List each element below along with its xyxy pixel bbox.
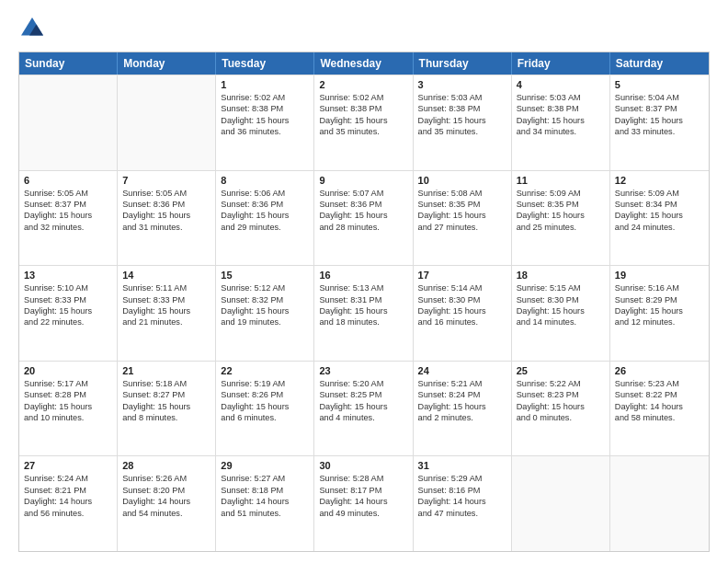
day-number: 19	[615, 270, 704, 281]
cell-detail: and 49 minutes.	[319, 508, 407, 519]
cell-detail: Daylight: 15 hours	[517, 305, 605, 316]
day-number: 11	[517, 175, 605, 186]
cell-detail: and 58 minutes.	[615, 412, 704, 423]
cell-detail: Sunrise: 5:24 AM	[24, 473, 112, 484]
calendar-row-4: 20Sunrise: 5:17 AMSunset: 8:28 PMDayligh…	[19, 361, 709, 456]
day-number: 5	[615, 79, 704, 90]
day-number: 17	[418, 270, 506, 281]
cell-detail: Sunrise: 5:02 AM	[221, 92, 309, 103]
day-cell-11: 11Sunrise: 5:09 AMSunset: 8:35 PMDayligh…	[512, 171, 610, 266]
cell-detail: and 10 minutes.	[24, 412, 112, 423]
calendar: SundayMondayTuesdayWednesdayThursdayFrid…	[18, 52, 710, 552]
day-number: 12	[615, 175, 704, 186]
cell-detail: and 24 minutes.	[615, 222, 704, 233]
cell-detail: Daylight: 14 hours	[418, 496, 506, 507]
day-number: 27	[24, 460, 112, 471]
cell-detail: Sunrise: 5:09 AM	[615, 188, 704, 199]
cell-detail: Sunrise: 5:05 AM	[24, 188, 112, 199]
day-number: 6	[24, 175, 112, 186]
cell-detail: Sunrise: 5:29 AM	[418, 473, 506, 484]
cell-detail: Sunset: 8:38 PM	[221, 103, 309, 114]
empty-cell-r0c0	[19, 75, 118, 170]
cell-detail: and 35 minutes.	[418, 126, 506, 137]
cell-detail: and 25 minutes.	[517, 222, 605, 233]
weekday-header-monday: Monday	[118, 52, 216, 75]
cell-detail: Sunset: 8:36 PM	[319, 199, 407, 210]
day-cell-15: 15Sunrise: 5:12 AMSunset: 8:32 PMDayligh…	[216, 266, 314, 361]
cell-detail: and 0 minutes.	[517, 412, 605, 423]
day-cell-17: 17Sunrise: 5:14 AMSunset: 8:30 PMDayligh…	[414, 266, 512, 361]
day-cell-20: 20Sunrise: 5:17 AMSunset: 8:28 PMDayligh…	[19, 362, 118, 456]
cell-detail: and 22 minutes.	[24, 316, 112, 327]
day-number: 22	[221, 365, 309, 376]
cell-detail: and 56 minutes.	[24, 508, 112, 519]
day-number: 29	[221, 460, 309, 471]
cell-detail: Sunset: 8:33 PM	[122, 294, 210, 305]
cell-detail: and 14 minutes.	[517, 316, 605, 327]
cell-detail: Daylight: 15 hours	[615, 305, 704, 316]
day-number: 10	[418, 175, 506, 186]
cell-detail: Sunset: 8:28 PM	[24, 389, 112, 400]
day-number: 7	[122, 175, 210, 186]
cell-detail: Sunrise: 5:13 AM	[319, 282, 407, 293]
empty-cell-r4c6	[610, 456, 709, 551]
day-cell-28: 28Sunrise: 5:26 AMSunset: 8:20 PMDayligh…	[118, 456, 216, 551]
calendar-row-1: 1Sunrise: 5:02 AMSunset: 8:38 PMDaylight…	[19, 75, 709, 170]
day-cell-3: 3Sunrise: 5:03 AMSunset: 8:38 PMDaylight…	[414, 75, 512, 170]
cell-detail: and 19 minutes.	[221, 316, 309, 327]
weekday-header-wednesday: Wednesday	[314, 52, 413, 75]
day-cell-21: 21Sunrise: 5:18 AMSunset: 8:27 PMDayligh…	[118, 362, 216, 456]
day-cell-31: 31Sunrise: 5:29 AMSunset: 8:16 PMDayligh…	[414, 456, 512, 551]
day-cell-19: 19Sunrise: 5:16 AMSunset: 8:29 PMDayligh…	[610, 266, 709, 361]
cell-detail: Sunrise: 5:03 AM	[517, 92, 605, 103]
cell-detail: Daylight: 15 hours	[517, 115, 605, 126]
day-cell-24: 24Sunrise: 5:21 AMSunset: 8:24 PMDayligh…	[414, 362, 512, 456]
cell-detail: and 8 minutes.	[122, 412, 210, 423]
cell-detail: Sunset: 8:29 PM	[615, 294, 704, 305]
cell-detail: Sunset: 8:23 PM	[517, 389, 605, 400]
cell-detail: and 54 minutes.	[122, 508, 210, 519]
day-cell-27: 27Sunrise: 5:24 AMSunset: 8:21 PMDayligh…	[19, 456, 118, 551]
cell-detail: Sunrise: 5:10 AM	[24, 282, 112, 293]
day-cell-29: 29Sunrise: 5:27 AMSunset: 8:18 PMDayligh…	[216, 456, 314, 551]
cell-detail: Daylight: 14 hours	[319, 496, 407, 507]
cell-detail: Sunset: 8:16 PM	[418, 485, 506, 496]
cell-detail: Sunrise: 5:27 AM	[221, 473, 309, 484]
cell-detail: Sunrise: 5:22 AM	[517, 378, 605, 389]
day-number: 15	[221, 270, 309, 281]
day-cell-4: 4Sunrise: 5:03 AMSunset: 8:38 PMDaylight…	[512, 75, 610, 170]
cell-detail: and 28 minutes.	[319, 222, 407, 233]
cell-detail: and 2 minutes.	[418, 412, 506, 423]
cell-detail: Sunset: 8:30 PM	[418, 294, 506, 305]
day-cell-30: 30Sunrise: 5:28 AMSunset: 8:17 PMDayligh…	[314, 456, 413, 551]
day-cell-2: 2Sunrise: 5:02 AMSunset: 8:38 PMDaylight…	[314, 75, 413, 170]
weekday-header-thursday: Thursday	[414, 52, 512, 75]
day-number: 1	[221, 79, 309, 90]
cell-detail: Daylight: 15 hours	[122, 401, 210, 412]
cell-detail: Sunset: 8:18 PM	[221, 485, 309, 496]
cell-detail: and 35 minutes.	[319, 126, 407, 137]
cell-detail: Daylight: 15 hours	[418, 210, 506, 221]
cell-detail: Sunrise: 5:09 AM	[517, 188, 605, 199]
day-cell-6: 6Sunrise: 5:05 AMSunset: 8:37 PMDaylight…	[19, 171, 118, 266]
cell-detail: Sunset: 8:17 PM	[319, 485, 407, 496]
cell-detail: Sunrise: 5:14 AM	[418, 282, 506, 293]
cell-detail: Sunrise: 5:05 AM	[122, 188, 210, 199]
cell-detail: and 29 minutes.	[221, 222, 309, 233]
day-number: 3	[418, 79, 506, 90]
day-number: 30	[319, 460, 407, 471]
cell-detail: Daylight: 15 hours	[418, 305, 506, 316]
day-number: 25	[517, 365, 605, 376]
cell-detail: Daylight: 15 hours	[24, 305, 112, 316]
day-number: 24	[418, 365, 506, 376]
cell-detail: and 36 minutes.	[221, 126, 309, 137]
day-cell-23: 23Sunrise: 5:20 AMSunset: 8:25 PMDayligh…	[314, 362, 413, 456]
cell-detail: and 4 minutes.	[319, 412, 407, 423]
cell-detail: Daylight: 15 hours	[517, 401, 605, 412]
day-number: 23	[319, 365, 407, 376]
cell-detail: Sunset: 8:38 PM	[418, 103, 506, 114]
day-number: 26	[615, 365, 704, 376]
cell-detail: Sunrise: 5:18 AM	[122, 378, 210, 389]
cell-detail: Sunset: 8:34 PM	[615, 199, 704, 210]
cell-detail: and 32 minutes.	[24, 222, 112, 233]
